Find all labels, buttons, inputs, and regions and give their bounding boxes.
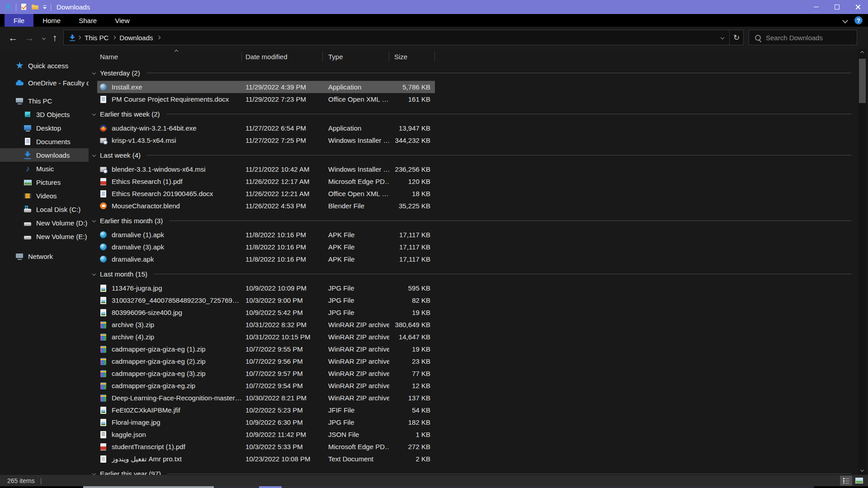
sidebar-item-new-volume-d[interactable]: New Volume (D:)	[0, 216, 89, 230]
details-view-button[interactable]	[840, 476, 852, 486]
vertical-scrollbar[interactable]	[859, 49, 866, 475]
group-header[interactable]: Earlier this week (2)	[93, 108, 859, 120]
group-header[interactable]: Earlier this year (97)	[93, 468, 859, 475]
file-row[interactable]: archive (4).zip10/31/2022 10:15 PMWinRAR…	[97, 331, 435, 343]
sidebar-item-label: Videos	[36, 192, 57, 200]
file-size: 595 KB	[389, 284, 435, 292]
file-row[interactable]: cadmapper-giza-giza-eg (3).zip10/7/2022 …	[97, 367, 435, 380]
qat-customize-caret-icon[interactable]	[42, 5, 47, 10]
file-row[interactable]: cadmapper-giza-giza-eg.zip10/7/2022 9:54…	[97, 380, 435, 392]
file-row[interactable]: MouseCharactor.blend11/26/2022 4:53 PMBl…	[97, 200, 435, 212]
file-row[interactable]: cadmapper-giza-giza-eg (1).zip10/7/2022 …	[97, 343, 435, 355]
tab-file[interactable]: File	[5, 14, 33, 27]
scrollbar-thumb[interactable]	[859, 59, 866, 103]
sidebar-item-documents[interactable]: Documents	[0, 135, 89, 148]
chevron-right-icon[interactable]	[77, 36, 81, 39]
file-row[interactable]: 310032769_440078584892230_72576944…10/3/…	[97, 294, 435, 306]
collapse-ribbon-caret-icon[interactable]	[842, 18, 848, 23]
sidebar-item-downloads[interactable]: Downloads	[0, 148, 89, 162]
up-button[interactable]: ↑	[47, 27, 62, 49]
file-row[interactable]: FeEt0ZCXkAIPBMe.jfif10/2/2022 5:23 PMJFI…	[97, 404, 435, 416]
address-history-button[interactable]	[716, 30, 729, 45]
refresh-button[interactable]: ↻	[730, 30, 743, 45]
sidebar-item-desktop[interactable]: Desktop	[0, 121, 89, 135]
scroll-down-icon[interactable]	[860, 468, 864, 472]
file-row[interactable]: Floral-image.jpg10/9/2022 6:30 PMJPG Fil…	[97, 416, 435, 428]
file-type: JFIF File	[323, 406, 389, 414]
file-name: FeEt0ZCXkAIPBMe.jfif	[112, 406, 180, 414]
file-row[interactable]: audacity-win-3.2.1-64bit.exe11/27/2022 6…	[97, 122, 435, 134]
file-row[interactable]: 803996096-size400.jpg10/9/2022 5:42 PMJP…	[97, 306, 435, 319]
tab-home[interactable]: Home	[33, 14, 70, 27]
file-row[interactable]: Deep-Learning-Face-Recognition-master…10…	[97, 392, 435, 404]
column-header-date-modified[interactable]: Date modified	[242, 52, 323, 61]
file-row[interactable]: تفعيل ويندوز Amr pro.txt10/23/2022 10:08…	[97, 453, 435, 465]
file-row[interactable]: dramalive.apk11/8/2022 10:16 PMAPK File1…	[97, 253, 435, 265]
navigation-pane: Quick accessOneDrive - Faculty oThis PC3…	[0, 49, 89, 475]
group-label: Last month (15)	[100, 270, 147, 278]
file-name: Ethics Research 201900465.docx	[112, 190, 213, 197]
file-type: JPG File	[323, 418, 389, 426]
refresh-icon: ↻	[733, 33, 740, 42]
address-bar[interactable]: This PCDownloads ↻	[63, 30, 744, 45]
file-row[interactable]: blender-3.3.1-windows-x64.msi11/21/2022 …	[97, 163, 435, 175]
sidebar-item-local-disk-c[interactable]: Local Disk (C:)	[0, 202, 89, 216]
sidebar-item-onedrive-faculty-o[interactable]: OneDrive - Faculty o	[0, 76, 89, 89]
sidebar-item-pictures[interactable]: Pictures	[0, 175, 89, 189]
qat-new-folder-icon[interactable]	[31, 3, 39, 11]
sidebar-item-network[interactable]: Network	[0, 249, 89, 263]
file-date-modified: 10/3/2022 9:00 PM	[242, 296, 323, 304]
sidebar-item-quick-access[interactable]: Quick access	[0, 59, 89, 72]
chevron-right-icon[interactable]	[156, 36, 160, 39]
breadcrumb-this-pc[interactable]: This PC	[81, 34, 112, 42]
file-row[interactable]: cadmapper-giza-giza-eg (2).zip10/7/2022 …	[97, 355, 435, 367]
sidebar-item-this-pc[interactable]: This PC	[0, 94, 89, 108]
file-row[interactable]: studentTranscript (1).pdf10/3/2022 5:33 …	[97, 441, 435, 453]
close-button[interactable]	[847, 0, 868, 14]
column-header-size[interactable]: Size	[389, 52, 435, 61]
tab-view[interactable]: View	[106, 14, 138, 27]
search-input[interactable]	[765, 33, 848, 42]
qat-properties-icon[interactable]	[20, 3, 28, 11]
sidebar-item-new-volume-e[interactable]: New Volume (E:)	[0, 230, 89, 243]
tab-share[interactable]: Share	[70, 14, 106, 27]
group-header[interactable]: Yesterday (2)	[93, 67, 859, 79]
search-box[interactable]	[749, 30, 857, 45]
thumbnails-view-button[interactable]	[853, 476, 865, 486]
chevron-right-icon[interactable]	[112, 36, 116, 39]
file-row[interactable]: Ethics Research 201900465.docx11/26/2022…	[97, 188, 435, 200]
file-name: Install.exe	[112, 83, 142, 91]
sidebar-item-videos[interactable]: Videos	[0, 189, 89, 202]
file-type: JPG File	[323, 309, 389, 316]
txt-icon	[99, 455, 108, 463]
group-header[interactable]: Last month (15)	[93, 268, 859, 280]
help-icon[interactable]: ?	[854, 16, 863, 24]
file-row[interactable]: 113476-jugra.jpg10/9/2022 10:09 PMJPG Fi…	[97, 282, 435, 294]
sidebar-item-music[interactable]: ♪Music	[0, 162, 89, 175]
sidebar-item-label: Desktop	[36, 124, 61, 132]
file-row[interactable]: krisp-v1.43.5-x64.msi11/27/2022 7:25 PMW…	[97, 134, 435, 146]
back-button[interactable]: ←	[5, 27, 21, 49]
file-row[interactable]: kaggle.json10/9/2022 11:42 PMJSON File1 …	[97, 428, 435, 441]
column-header-name[interactable]: Name	[97, 52, 242, 61]
file-row[interactable]: archive (3).zip10/31/2022 8:32 PMWinRAR …	[97, 319, 435, 331]
sidebar-item-3d-objects[interactable]: 3D Objects	[0, 108, 89, 121]
file-row[interactable]: dramalive (3).apk11/8/2022 10:16 PMAPK F…	[97, 241, 435, 253]
file-type: Office Open XML …	[323, 95, 389, 103]
group-header[interactable]: Earlier this month (3)	[93, 215, 859, 226]
maximize-button[interactable]	[826, 0, 847, 14]
file-type: JPG File	[323, 284, 389, 292]
group-label: Yesterday (2)	[100, 69, 140, 77]
file-row[interactable]: Install.exe11/29/2022 4:39 PMApplication…	[97, 81, 435, 93]
forward-button[interactable]: →	[22, 27, 37, 49]
file-row[interactable]: Ethics Research (1).pdf11/26/2022 12:17 …	[97, 175, 435, 188]
minimize-button[interactable]	[806, 0, 826, 14]
group-header[interactable]: Last week (4)	[93, 149, 859, 161]
file-row[interactable]: dramalive (1).apk11/8/2022 10:16 PMAPK F…	[97, 229, 435, 241]
blend-icon	[99, 202, 108, 210]
scroll-up-icon[interactable]	[860, 51, 864, 55]
breadcrumb-downloads[interactable]: Downloads	[116, 34, 156, 42]
file-row[interactable]: PM Course Project Requirements.docx11/29…	[97, 93, 435, 105]
file-size: 17,117 KB	[389, 231, 435, 239]
column-header-type[interactable]: Type	[323, 52, 389, 61]
